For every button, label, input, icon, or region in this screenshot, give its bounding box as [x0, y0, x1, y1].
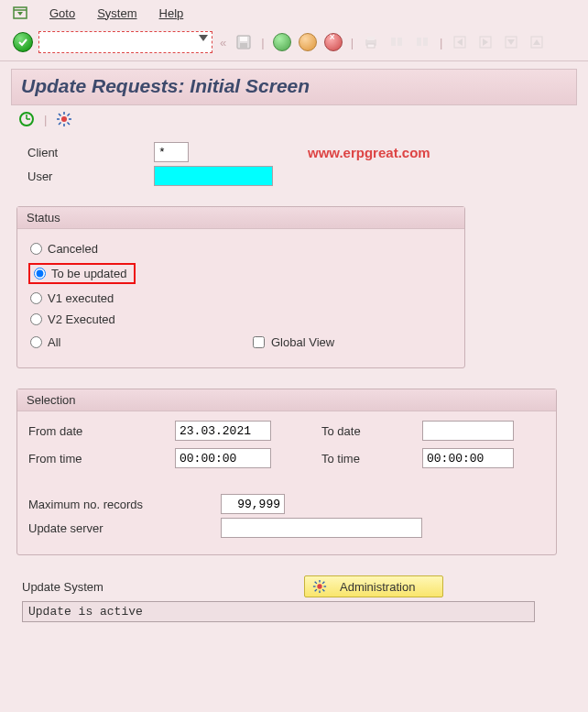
client-input[interactable] [154, 142, 189, 162]
svg-rect-9 [391, 38, 396, 46]
main-content: Client www.erpgreat.com User Status Canc… [11, 133, 577, 641]
title-bar: Update Requests: Initial Screen [11, 69, 577, 105]
find-next-icon[interactable] [412, 32, 432, 52]
toolbar-separator: | [349, 36, 355, 49]
from-date-label: From date [28, 424, 175, 438]
execute-icon[interactable] [18, 111, 35, 127]
prev-page-icon[interactable] [475, 32, 495, 52]
enter-icon[interactable] [13, 32, 33, 52]
settings-icon[interactable] [56, 111, 72, 127]
highlight-selected: To be updated [28, 263, 136, 284]
max-records-input[interactable] [221, 494, 285, 514]
status-group-title: Status [17, 207, 464, 229]
status-group: Status Canceled To be updated V1 execute… [16, 206, 465, 368]
svg-rect-5 [240, 43, 247, 48]
radio-v1[interactable] [30, 292, 42, 304]
to-date-label: To date [321, 424, 422, 438]
cancel-icon[interactable]: × [323, 32, 343, 52]
svg-line-29 [59, 114, 61, 116]
update-system-label: Update System [22, 580, 288, 594]
exit-icon[interactable] [298, 32, 318, 52]
svg-line-41 [322, 582, 324, 584]
standard-toolbar: « | × | | [0, 27, 588, 61]
client-label: Client [16, 146, 154, 159]
toolbar-separator: | [438, 36, 444, 49]
user-label: User [16, 170, 154, 183]
svg-rect-12 [423, 38, 428, 46]
radio-to-be-updated-label: To be updated [51, 267, 126, 280]
svg-rect-11 [417, 38, 421, 46]
global-view-label: Global View [271, 335, 334, 349]
last-page-icon[interactable] [527, 32, 547, 52]
svg-point-24 [61, 116, 67, 122]
svg-line-39 [322, 589, 324, 591]
max-records-label: Maximum no. records [28, 498, 221, 511]
menu-bar: Goto System Help [0, 0, 588, 27]
global-view-checkbox[interactable] [253, 336, 265, 348]
svg-rect-4 [240, 37, 247, 41]
svg-marker-14 [457, 38, 463, 46]
svg-line-40 [315, 589, 317, 591]
gear-icon [312, 579, 327, 594]
svg-marker-20 [533, 39, 540, 45]
find-icon[interactable] [387, 32, 407, 52]
svg-rect-10 [397, 38, 402, 46]
page-title: Update Requests: Initial Screen [21, 75, 567, 97]
toolbar-separator: | [44, 113, 47, 126]
toolbar-separator: « [218, 36, 228, 49]
to-time-input[interactable] [422, 448, 514, 468]
back-icon[interactable] [272, 32, 292, 52]
save-icon[interactable] [234, 32, 254, 52]
first-page-icon[interactable] [450, 32, 470, 52]
radio-to-be-updated[interactable] [34, 268, 46, 279]
svg-line-30 [68, 123, 71, 126]
window-menu-icon[interactable] [13, 5, 27, 20]
radio-v2[interactable] [30, 313, 42, 325]
svg-marker-16 [483, 38, 488, 46]
from-time-label: From time [28, 452, 175, 466]
next-page-icon[interactable] [501, 32, 521, 52]
watermark-text: www.erpgreat.com [308, 145, 430, 160]
svg-point-33 [317, 584, 321, 588]
print-icon[interactable] [361, 32, 381, 52]
svg-line-32 [68, 114, 71, 116]
menu-system[interactable]: System [97, 6, 136, 20]
user-input[interactable] [154, 166, 273, 186]
to-time-label: To time [321, 452, 422, 466]
to-date-input[interactable] [422, 421, 514, 441]
administration-button[interactable]: Administration [304, 575, 443, 597]
radio-v1-label: V1 executed [48, 291, 114, 305]
svg-rect-8 [367, 44, 375, 48]
update-server-input[interactable] [221, 518, 422, 538]
svg-marker-2 [17, 12, 23, 16]
svg-rect-7 [367, 37, 375, 40]
menu-help[interactable]: Help [159, 6, 184, 20]
radio-all-label: All [48, 335, 249, 349]
toolbar-separator: | [259, 36, 266, 49]
radio-canceled-label: Canceled [48, 242, 98, 256]
svg-line-38 [315, 582, 317, 584]
administration-button-label: Administration [340, 580, 415, 594]
menu-goto[interactable]: Goto [49, 6, 75, 20]
app-toolbar: | [11, 105, 577, 133]
update-server-label: Update server [28, 521, 221, 535]
from-time-input[interactable] [175, 448, 271, 468]
radio-canceled[interactable] [30, 243, 42, 255]
selection-group-title: Selection [17, 389, 556, 411]
command-field[interactable] [38, 31, 212, 53]
from-date-input[interactable] [175, 421, 271, 441]
update-system-status: Update is active [22, 601, 535, 622]
svg-marker-18 [507, 39, 515, 45]
radio-all[interactable] [30, 336, 42, 348]
svg-line-31 [59, 123, 61, 126]
radio-v2-label: V2 Executed [48, 312, 115, 326]
chevron-down-icon[interactable] [199, 35, 208, 41]
selection-group: Selection From date To date From time To… [16, 389, 557, 555]
